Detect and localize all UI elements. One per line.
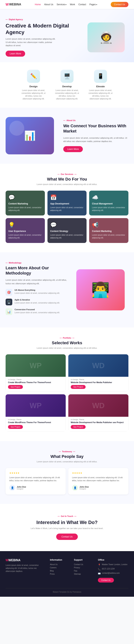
- method-content-agile: Agile & Iterative Lorem ipsum dolor sit …: [14, 299, 60, 304]
- portfolio-item-2: WP UI Design, Theme Create WordPress The…: [5, 394, 66, 432]
- portfolio-see-project-2[interactable]: See Project: [8, 425, 23, 429]
- footer-logo-text: WEBINA: [8, 558, 20, 562]
- footer-email: contact@webina.com: [102, 572, 120, 574]
- testimonial-text-1: Lorem ipsum dolor sit amet, consectetur …: [72, 476, 125, 482]
- portfolio-see-project-1[interactable]: See Project: [71, 385, 86, 389]
- feature-elevate: 📱 Elevate Lorem ipsum dolor sit amet, co…: [87, 70, 114, 100]
- logo-w-icon: W: [5, 2, 9, 6]
- footer-copyright: Blatant Template Do by Potreatura: [5, 588, 129, 593]
- nav-cta-button[interactable]: Contact Us: [111, 2, 129, 7]
- footer-link-privacy[interactable]: Privacy: [74, 567, 94, 569]
- footer-brand-desc: Lorem ipsum dolor sit amet, consectetur …: [5, 564, 46, 573]
- methodology-text: Methodology Learn More About Our Methodo…: [5, 262, 71, 318]
- service-card-content-marketing-2: 📢 Content Marketing Lorem ipsum dolor si…: [89, 218, 129, 243]
- service-desc-4: Lorem ipsum dolor sit amet, consectetur …: [50, 234, 84, 239]
- footer-contact-button[interactable]: Contact Us: [98, 578, 114, 582]
- testimonial-role-0: Designer: [17, 488, 26, 490]
- services-section: Our Services What We Do For You Lorem ip…: [0, 164, 134, 252]
- about-image: 📊: [5, 117, 58, 154]
- service-card-user-experience: 💡 User Experience Lorem ipsum dolor sit …: [5, 218, 45, 243]
- about-learn-more-button[interactable]: Learn More: [63, 146, 83, 152]
- testimonials-description: Lorem ipsum dolor sit amet, consectetur …: [5, 460, 129, 463]
- method-item-agile: 🖥️ Agile & Iterative Lorem ipsum dolor s…: [5, 299, 71, 305]
- footer-address-item: 📍 Maiden Tower London, London: [98, 564, 129, 566]
- service-icon-content-marketing-2: 📢: [92, 222, 126, 228]
- portfolio-tag-0: UI Design, Theme: [8, 379, 63, 380]
- portfolio-info-0: UI Design, Theme Create WordPress Theme …: [5, 377, 66, 392]
- nav-home[interactable]: Home: [35, 3, 41, 6]
- portfolio-item-1: WD UI Design, Theme Website Development …: [68, 354, 129, 392]
- cta-section: Get In Touch Interested in What We Do? L…: [0, 504, 134, 551]
- testimonial-avatar-1: 👤: [72, 485, 78, 491]
- portfolio-overlay-2: WP: [5, 394, 66, 417]
- hero-learn-more-button[interactable]: Learn More: [5, 51, 25, 57]
- footer-phone-icon: 📞: [98, 568, 101, 570]
- footer-phone: (617) 123-1234: [102, 568, 115, 570]
- footer-link-press[interactable]: Press: [50, 573, 70, 575]
- portfolio-overlay-1: WD: [68, 354, 129, 377]
- nav-about[interactable]: About Us: [44, 3, 53, 6]
- nav-contact[interactable]: Contact: [78, 3, 86, 6]
- method-desc-conversion: Lorem ipsum dolor sit amet, consectetur …: [14, 311, 60, 314]
- footer-office-title: Office: [98, 558, 129, 561]
- navbar: W WEBINA Home About Us Services Work Con…: [0, 0, 134, 9]
- portfolio-img-0: WP: [5, 354, 66, 377]
- hero-image: 🧑‍🚀: [84, 22, 129, 52]
- testimonial-author-1: 👤 John Doe Designer: [72, 485, 125, 491]
- service-desc-2: Lorem ipsum dolor sit amet, consectetur …: [92, 206, 126, 212]
- service-card-content-strategy: 💬 Content Strategy Lorem ipsum dolor sit…: [48, 218, 87, 243]
- footer-email-item: ✉️ contact@webina.com: [98, 572, 129, 575]
- cta-description: Let's Make it Work, Let's bring together…: [5, 527, 129, 530]
- service-card-app-development: 📅 App Development Lorem ipsum dolor sit …: [48, 190, 87, 216]
- cta-contact-button[interactable]: Contact Us: [56, 534, 78, 540]
- testimonials-grid: ★★★★★ Lorem ipsum dolor sit amet, consec…: [5, 468, 129, 494]
- method-name-agile: Agile & Iterative: [14, 299, 60, 301]
- feature-design-desc: Lorem ipsum dolor sit amet, consectetur …: [20, 89, 47, 100]
- method-icon-conversion: 📊: [5, 308, 12, 315]
- footer-link-about[interactable]: About Us: [50, 564, 70, 566]
- footer-brand: W WEBINA Lorem ipsum dolor sit amet, con…: [5, 558, 46, 582]
- method-icon-ux: 🎯: [5, 289, 12, 296]
- portfolio-tag-3: UI Design, Theme: [71, 418, 126, 420]
- hero-3d-illustration: 🧑‍🚀: [87, 22, 125, 52]
- service-card-cloud-management: ☁️ Cloud Management Lorem ipsum dolor si…: [89, 190, 129, 216]
- method-content-ux: UX Above Everything Lorem ipsum dolor si…: [14, 289, 60, 294]
- testimonials-tag: Testimony: [5, 450, 129, 453]
- portfolio-img-1: WD: [68, 354, 129, 377]
- method-desc-ux: Lorem ipsum dolor sit amet, consectetur …: [14, 292, 60, 294]
- nav-work[interactable]: Work: [70, 3, 75, 6]
- feature-design: ✏️ Design Lorem ipsum dolor sit amet, co…: [20, 70, 47, 100]
- logo-text: WEBINA: [9, 3, 21, 6]
- service-card-content-marketing-1: 💬 Content Marketing Lorem ipsum dolor si…: [5, 190, 45, 216]
- portfolio-see-project-3[interactable]: See Project: [71, 425, 86, 429]
- footer-link-faq[interactable]: Faq: [74, 570, 94, 572]
- footer-address: Maiden Tower London, London: [102, 564, 127, 566]
- footer-office: Office 📍 Maiden Tower London, London 📞 (…: [98, 558, 129, 582]
- nav-pages[interactable]: Pages: [89, 3, 97, 6]
- footer-link-contact[interactable]: Contact Us: [74, 564, 94, 566]
- feature-elevate-title: Elevate: [87, 85, 114, 88]
- footer-link-blog[interactable]: Blog: [50, 570, 70, 572]
- services-description: Lorem ipsum dolor sit amet, consectetur …: [5, 183, 129, 186]
- footer-link-careers[interactable]: Careers: [50, 567, 70, 569]
- footer-link-sitemap[interactable]: Sitemap: [74, 573, 94, 575]
- methodology-photo: [76, 269, 125, 310]
- service-title-2: Cloud Management: [92, 202, 126, 205]
- methodology-description: Lorem ipsum dolor sit amet, consectetur …: [5, 278, 71, 285]
- portfolio-info-2: UI Design, Theme Create WordPress Theme …: [5, 417, 66, 432]
- portfolio-overlay-0: WP: [5, 354, 66, 377]
- service-title-0: Content Marketing: [8, 202, 42, 205]
- hero-emoji: 🧑‍🚀: [99, 31, 113, 44]
- nav-services[interactable]: Services: [57, 3, 67, 6]
- portfolio-info-3: UI Design, Theme Website Development For…: [68, 417, 129, 432]
- footer-information-links: About Us Careers Blog Press: [50, 564, 70, 575]
- portfolio-tag: Portfolio: [5, 337, 129, 339]
- nav-logo: W WEBINA: [5, 2, 21, 6]
- footer-grid: W WEBINA Lorem ipsum dolor sit amet, con…: [5, 558, 129, 582]
- service-title-5: Content Marketing: [92, 230, 126, 232]
- portfolio-title-0: Create WordPress Theme For ThemerForest: [8, 381, 63, 384]
- portfolio-item-3: WD UI Design, Theme Website Development …: [68, 394, 129, 432]
- testimonial-name-1: John Doe: [79, 486, 89, 488]
- portfolio-see-project-0[interactable]: See Project: [8, 385, 23, 389]
- portfolio-section: Portfolio Selected Works Lorem ipsum dol…: [0, 328, 134, 441]
